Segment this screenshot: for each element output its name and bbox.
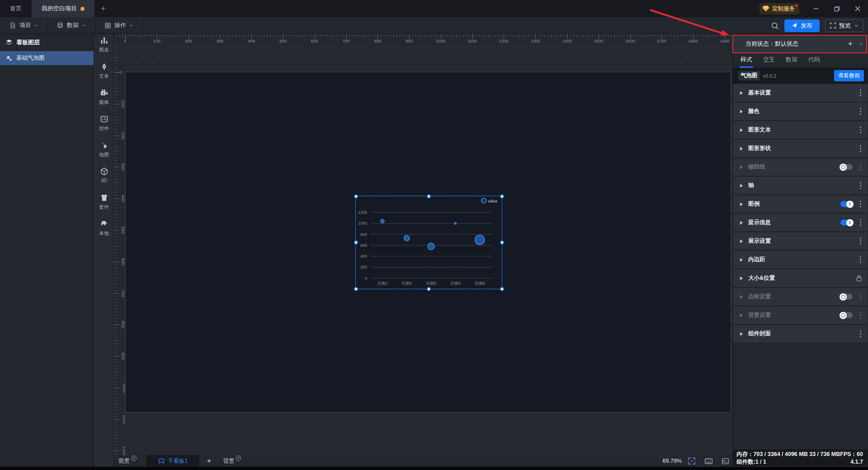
resize-handle[interactable] bbox=[354, 194, 358, 198]
view-tutorial-button[interactable]: 查看教程 bbox=[834, 70, 864, 81]
kebab-menu-icon[interactable] bbox=[859, 126, 863, 135]
expand-arrow-icon[interactable] bbox=[740, 277, 743, 280]
expand-arrow-icon[interactable] bbox=[740, 128, 743, 132]
section-row-6[interactable]: 图例 bbox=[733, 195, 868, 213]
background-button[interactable]: 背景 + bbox=[218, 455, 245, 467]
expand-arrow-icon[interactable] bbox=[740, 91, 743, 95]
library-item-media[interactable]: 媒体 bbox=[94, 88, 114, 106]
shortcut-keys-button[interactable] bbox=[704, 456, 713, 465]
settings-tab-3[interactable]: 代码 bbox=[808, 56, 820, 68]
expand-arrow-icon[interactable] bbox=[740, 184, 743, 188]
current-state-bar[interactable]: 当前状态：默认状态 + › bbox=[733, 35, 868, 53]
section-toggle[interactable] bbox=[840, 294, 853, 300]
section-row-2[interactable]: 图形文本 bbox=[733, 121, 868, 139]
library-item-threed[interactable]: 3D bbox=[94, 167, 114, 183]
settings-tab-0[interactable]: 样式 bbox=[741, 56, 752, 68]
resize-handle[interactable] bbox=[427, 194, 431, 198]
add-board-button[interactable]: + bbox=[199, 455, 218, 467]
expand-arrow-icon[interactable] bbox=[740, 165, 743, 169]
kebab-menu-icon[interactable] bbox=[859, 163, 863, 172]
menu-project[interactable]: 项目 bbox=[0, 17, 48, 33]
section-row-5[interactable]: 轴 bbox=[733, 177, 868, 194]
settings-tab-2[interactable]: 数据 bbox=[786, 56, 797, 68]
library-item-local[interactable]: 本地 bbox=[94, 219, 114, 237]
section-row-9[interactable]: 内边距 bbox=[733, 251, 868, 268]
kebab-menu-icon[interactable] bbox=[859, 311, 863, 320]
resize-handle[interactable] bbox=[500, 287, 504, 291]
preview-button[interactable]: 预览 bbox=[825, 19, 863, 32]
kebab-menu-icon[interactable] bbox=[859, 292, 863, 301]
add-background-icon[interactable]: + bbox=[236, 456, 241, 461]
close-button[interactable] bbox=[847, 0, 868, 17]
expand-arrow-icon[interactable] bbox=[740, 258, 743, 262]
resize-handle[interactable] bbox=[500, 194, 504, 198]
kebab-menu-icon[interactable] bbox=[859, 89, 863, 98]
library-item-text[interactable]: 文本 bbox=[94, 62, 114, 80]
section-toggle[interactable] bbox=[840, 201, 853, 207]
library-item-control[interactable]: 控件 bbox=[94, 114, 114, 132]
library-item-label: 3D bbox=[94, 178, 114, 183]
expand-arrow-icon[interactable] bbox=[740, 147, 743, 150]
add-foreground-icon[interactable]: + bbox=[131, 456, 137, 461]
resize-handle[interactable] bbox=[354, 240, 358, 244]
chevron-right-icon[interactable]: › bbox=[860, 40, 862, 47]
kebab-menu-icon[interactable] bbox=[859, 200, 863, 209]
kebab-menu-icon[interactable] bbox=[859, 218, 863, 227]
section-row-10[interactable]: 大小&位置 bbox=[733, 269, 868, 287]
expand-arrow-icon[interactable] bbox=[740, 314, 743, 317]
menu-data[interactable]: 数据 bbox=[48, 17, 95, 33]
restore-button[interactable] bbox=[826, 0, 847, 17]
kebab-menu-icon[interactable] bbox=[859, 255, 863, 264]
section-row-8[interactable]: 展示设置 bbox=[733, 232, 868, 250]
kebab-menu-icon[interactable] bbox=[859, 107, 863, 116]
tab-home[interactable]: 首页 bbox=[0, 0, 32, 17]
new-tab-button[interactable]: + bbox=[94, 0, 112, 17]
library-item-kit[interactable]: 套件 bbox=[94, 193, 114, 211]
section-toggle[interactable] bbox=[840, 220, 853, 226]
section-row-4[interactable]: 辅助线 bbox=[733, 158, 868, 176]
settings-tab-1[interactable]: 交互 bbox=[763, 56, 775, 68]
layer-item-bubble-chart[interactable]: 基础气泡图 bbox=[0, 51, 94, 65]
library-item-map[interactable]: 地图 bbox=[94, 141, 114, 158]
subboard-tab[interactable]: 子看板1 bbox=[146, 455, 199, 467]
customize-service-button[interactable]: 定制服务 bbox=[760, 3, 799, 14]
expand-arrow-icon[interactable] bbox=[740, 295, 743, 299]
expand-arrow-icon[interactable] bbox=[740, 240, 743, 243]
library-item-charts[interactable]: 图表 bbox=[94, 36, 114, 53]
fit-to-screen-button[interactable] bbox=[687, 456, 696, 465]
resize-handle[interactable] bbox=[354, 287, 358, 291]
kebab-menu-icon[interactable] bbox=[859, 181, 863, 190]
h-ruler-label: 1500 bbox=[594, 38, 603, 43]
section-row-11[interactable]: 边框设置 bbox=[733, 288, 868, 306]
resize-handle[interactable] bbox=[427, 287, 431, 291]
section-row-3[interactable]: 图形形状 bbox=[733, 140, 868, 157]
expand-arrow-icon[interactable] bbox=[740, 332, 743, 336]
resize-handle[interactable] bbox=[500, 240, 504, 244]
kebab-menu-icon[interactable] bbox=[859, 329, 863, 338]
menu-operate[interactable]: 操作 bbox=[95, 17, 143, 33]
tab-project[interactable]: 我的空白项目 bbox=[32, 0, 94, 17]
expand-arrow-icon[interactable] bbox=[740, 202, 743, 206]
console-button[interactable] bbox=[721, 456, 730, 465]
expand-arrow-icon[interactable] bbox=[740, 221, 743, 225]
foreground-button[interactable]: 前景 + bbox=[114, 455, 141, 467]
search-icon[interactable] bbox=[771, 22, 779, 30]
section-toggle[interactable] bbox=[840, 164, 853, 170]
section-row-12[interactable]: 背景设置 bbox=[733, 306, 868, 324]
section-row-7[interactable]: 提示信息 bbox=[733, 214, 868, 231]
bottom-strip bbox=[0, 467, 868, 470]
add-state-icon[interactable]: + bbox=[848, 39, 853, 49]
expand-arrow-icon[interactable] bbox=[740, 110, 743, 113]
kebab-menu-icon[interactable] bbox=[859, 144, 863, 153]
memory-value: 703 / 3364 / 4096 MB 33 / 736 MB bbox=[754, 451, 840, 458]
library-item-label: 文本 bbox=[94, 73, 114, 80]
bubble-chart-component[interactable]: 120010008006004002000示例1示例2示例3示例4示例5valu… bbox=[356, 196, 502, 289]
section-row-0[interactable]: 基本设置 bbox=[733, 84, 868, 102]
section-toggle[interactable] bbox=[840, 312, 853, 318]
publish-button[interactable]: 发布 bbox=[784, 19, 820, 32]
section-row-1[interactable]: 颜色 bbox=[733, 103, 868, 120]
kebab-menu-icon[interactable] bbox=[859, 237, 863, 246]
section-row-13[interactable]: 组件封面 bbox=[733, 325, 868, 343]
minimize-button[interactable] bbox=[806, 0, 826, 17]
library-item-label: 控件 bbox=[94, 125, 114, 132]
